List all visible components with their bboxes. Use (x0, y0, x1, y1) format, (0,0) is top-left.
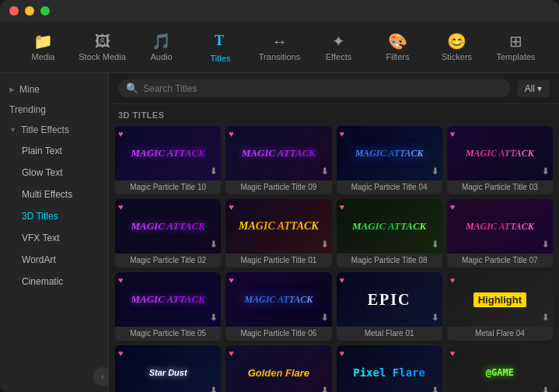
thumbnail: ♥MAGIC ATTACK⬇ (337, 126, 442, 180)
grid-item[interactable]: ♥Star Dust⬇Star Dust (115, 345, 221, 392)
toolbar-item-titles[interactable]: TTitles (193, 24, 249, 71)
toolbar-label-filters: Filters (386, 52, 410, 61)
minimize-button[interactable] (25, 6, 34, 16)
download-icon: ⬇ (542, 166, 549, 177)
search-input[interactable] (143, 83, 503, 94)
grid-item[interactable]: ♥MAGIC ATTACK⬇Magic Particle Title 01 (225, 199, 331, 268)
thumbnail-text: MAGIC ATTACK (352, 220, 426, 233)
heart-icon: ♥ (340, 275, 345, 285)
heart-icon: ♥ (118, 129, 124, 138)
grid-item[interactable]: ♥MAGIC ATTACK⬇Magic Particle Title 10 (115, 126, 221, 194)
toolbar-item-filters[interactable]: 🎨Filters (370, 24, 426, 71)
toolbar-label-stickers: Stickers (442, 52, 472, 61)
grid-item-label: Magic Particle Title 07 (447, 254, 553, 268)
stickers-icon: 😊 (447, 33, 466, 49)
sidebar-collapse-button[interactable]: ‹ (93, 367, 109, 386)
titles-icon: T (212, 31, 229, 51)
grid-item-label: Magic Particle Title 04 (337, 180, 442, 194)
grid-item[interactable]: ♥MAGIC ATTACK⬇Magic Particle Title 09 (225, 126, 331, 194)
search-bar: 🔍 All ▾ (109, 73, 559, 104)
grid-item[interactable]: ♥MAGIC ATTACK⬇Magic Particle Title 08 (337, 199, 442, 268)
toolbar-item-stock-media[interactable]: 🖼Stock Media (75, 24, 131, 71)
grid-item-label: Magic Particle Title 10 (115, 180, 221, 194)
toolbar-label-effects: Effects (326, 52, 351, 61)
toolbar-label-transitions: Transitions (259, 52, 300, 61)
content-area: 🔍 All ▾ 3D TITLES ♥MAGIC ATTACK⬇Magic Pa… (109, 73, 559, 392)
filter-label: All (525, 83, 535, 94)
chevron-down-icon: ▼ (9, 126, 16, 134)
filter-button[interactable]: All ▾ (517, 80, 550, 97)
grid-item-label: Magic Particle Title 08 (337, 254, 442, 268)
sidebar-section-trending[interactable]: Trending (0, 100, 108, 120)
sidebar-item-3d-titles[interactable]: 3D Titles (0, 205, 108, 227)
download-icon: ⬇ (431, 166, 438, 177)
thumbnail: ♥EPIC⬇ (337, 272, 442, 327)
toolbar-item-stickers[interactable]: 😊Stickers (429, 24, 485, 71)
sidebar-item-multi-effects[interactable]: Multi Effects (0, 184, 108, 205)
grid-item[interactable]: ♥MAGIC ATTACK⬇Magic Particle Title 06 (225, 272, 331, 341)
titlebar (0, 0, 559, 22)
thumbnail: ♥MAGIC ATTACK⬇ (115, 126, 221, 180)
thumbnail-text: Star Dust (149, 368, 187, 377)
sidebar-item-plain-text[interactable]: Plain Text (0, 140, 108, 162)
sidebar-section-title-effects[interactable]: ▼ Title Effects (0, 120, 108, 140)
thumbnail: ♥MAGIC ATTACK⬇ (115, 272, 221, 327)
search-input-wrap[interactable]: 🔍 (118, 79, 511, 97)
grid-item[interactable]: ♥Highlight⬇Metal Flare 04 (447, 272, 553, 341)
toolbar-item-media[interactable]: 📁Media (16, 24, 72, 71)
grid-item-label: Magic Particle Title 06 (225, 327, 331, 341)
thumbnail: ♥MAGIC ATTACK⬇ (225, 199, 331, 254)
grid-item[interactable]: ♥MAGIC ATTACK⬇Magic Particle Title 04 (337, 126, 442, 194)
sidebar-mine-label: Mine (19, 84, 40, 95)
heart-icon: ♥ (118, 275, 124, 285)
toolbar-item-effects[interactable]: ✦Effects (311, 24, 367, 71)
toolbar-item-transitions[interactable]: ↔Transitions (252, 24, 308, 71)
download-icon: ⬇ (431, 313, 438, 323)
thumbnail: ♥@GAME⬇ (447, 345, 553, 392)
heart-icon: ♥ (229, 275, 234, 285)
thumbnail-text: Golden Flare (248, 367, 309, 379)
thumbnail: ♥Star Dust⬇ (115, 345, 221, 392)
grid-item[interactable]: ♥MAGIC ATTACK⬇Magic Particle Title 03 (447, 126, 553, 194)
toolbar-item-templates[interactable]: ⊞Templates (488, 24, 544, 71)
grid-item-label: Magic Particle Title 09 (225, 180, 331, 194)
sidebar: ▶ Mine Trending ▼ Title Effects Plain Te… (0, 73, 109, 392)
thumbnail-text: Pixel Flare (353, 366, 425, 379)
effects-icon: ✦ (332, 33, 345, 49)
grid-item[interactable]: ♥Golden Flare⬇Golden Flare (225, 345, 331, 392)
grid-item[interactable]: ♥EPIC⬇Metal Flare 01 (337, 272, 442, 341)
grid-item-label: Metal Flare 04 (447, 327, 553, 341)
grid-item[interactable]: ♥MAGIC ATTACK⬇Magic Particle Title 07 (447, 199, 553, 268)
sidebar-item-cinematic[interactable]: Cinematic (0, 271, 108, 292)
sidebar-section-mine[interactable]: ▶ Mine (0, 79, 108, 100)
thumbnail: ♥Highlight⬇ (447, 272, 553, 327)
thumbnail: ♥MAGIC ATTACK⬇ (337, 199, 442, 254)
sidebar-trending-label: Trending (9, 104, 46, 115)
heart-icon: ♥ (450, 129, 456, 138)
download-icon: ⬇ (210, 240, 217, 250)
thumbnail-text: EPIC (368, 291, 411, 309)
media-icon: 📁 (33, 33, 53, 49)
sidebar-item-glow-text[interactable]: Glow Text (0, 162, 108, 184)
heart-icon: ♥ (340, 202, 345, 212)
sidebar-item-vfx-text[interactable]: VFX Text (0, 227, 108, 249)
thumbnail-text: MAGIC ATTACK (466, 221, 534, 233)
toolbar-item-audio[interactable]: 🎵Audio (134, 24, 190, 71)
grid-item[interactable]: ♥@GAME⬇Game Title (447, 345, 553, 392)
close-button[interactable] (9, 6, 19, 16)
heart-icon: ♥ (229, 348, 234, 358)
thumbnail-text: MAGIC ATTACK (131, 220, 205, 233)
grid-item[interactable]: ♥Pixel Flare⬇Pixel Flare (337, 345, 442, 392)
download-icon: ⬇ (542, 386, 549, 392)
thumbnail-text: Highlight (473, 292, 526, 307)
grid-item[interactable]: ♥MAGIC ATTACK⬇Magic Particle Title 02 (115, 199, 221, 268)
download-icon: ⬇ (431, 240, 438, 250)
search-icon: 🔍 (126, 82, 138, 94)
grid-item-label: Magic Particle Title 01 (225, 254, 331, 268)
heart-icon: ♥ (450, 348, 456, 358)
grid-item[interactable]: ♥MAGIC ATTACK⬇Magic Particle Title 05 (115, 272, 221, 341)
toolbar-label-titles: Titles (211, 54, 231, 63)
maximize-button[interactable] (40, 6, 50, 16)
thumbnail: ♥MAGIC ATTACK⬇ (225, 272, 331, 327)
sidebar-item-wordart[interactable]: WordArt (0, 249, 108, 271)
